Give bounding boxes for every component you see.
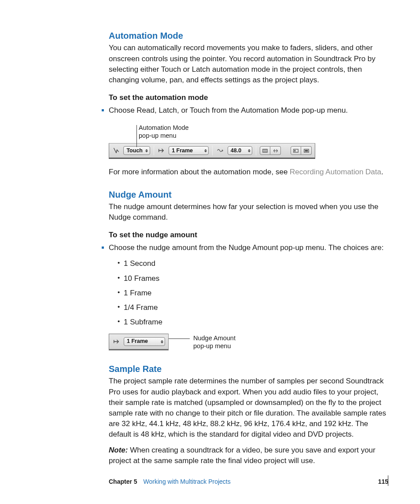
figure-automation-toolbar: Automation Mode pop-up menu Touch 1 Fram… xyxy=(109,124,388,159)
svg-rect-4 xyxy=(305,150,308,152)
callout-line1: Nudge Amount xyxy=(193,335,236,342)
link-recording-automation-data[interactable]: Recording Automation Data xyxy=(290,168,381,176)
nudge-option: 1 Frame xyxy=(118,288,388,298)
view-button-1[interactable] xyxy=(291,146,301,155)
nudge-icon xyxy=(112,338,120,346)
automation-mode-more-info: For more information about the automatio… xyxy=(109,167,388,177)
sample-rate-description: The project sample rate determines the n… xyxy=(109,376,388,440)
page-number: 115 xyxy=(378,478,388,486)
view-button-group xyxy=(291,146,312,155)
nudge-icon xyxy=(158,147,165,155)
nudge-amount-popup[interactable]: 1 Frame xyxy=(124,337,165,346)
callout-nudge-amount-popup: Nudge Amount pop-up menu xyxy=(169,334,236,350)
automation-mode-popup[interactable]: Touch xyxy=(123,146,150,155)
sample-rate-popup[interactable]: 48.0 xyxy=(228,146,252,155)
nudge-amount-value: 1 Frame xyxy=(172,147,193,155)
snap-button-group xyxy=(260,146,281,155)
automation-mode-value: Touch xyxy=(126,147,143,155)
figure-nudge-popup: 1 Frame Nudge Amount pop-up menu xyxy=(109,334,388,350)
nudge-amount-popup[interactable]: 1 Frame xyxy=(169,146,209,155)
chapter-label: Chapter 5 xyxy=(109,478,137,486)
callout-line2: pop-up menu xyxy=(139,132,176,139)
nudge-option: 1 Second xyxy=(118,258,388,269)
nudge-option: 10 Frames xyxy=(118,273,388,284)
nudge-toolbar-fragment: 1 Frame xyxy=(109,334,169,350)
automation-icon xyxy=(112,147,120,155)
nudge-amount-value: 1 Frame xyxy=(127,338,148,346)
sample-rate-icon xyxy=(216,147,224,155)
callout-line2: pop-up menu xyxy=(193,342,231,349)
snap-button-1[interactable] xyxy=(260,146,270,155)
project-controls-toolbar: Touch 1 Frame 48.0 xyxy=(109,143,315,159)
heading-sample-rate: Sample Rate xyxy=(109,363,388,375)
heading-nudge-amount: Nudge Amount xyxy=(109,188,388,201)
nudge-amount-options: 1 Second 10 Frames 1 Frame 1/4 Frame 1 S… xyxy=(118,258,388,327)
heading-automation-mode: Automation Mode xyxy=(109,29,388,42)
callout-automation-mode-popup: Automation Mode pop-up menu xyxy=(139,124,388,140)
automation-mode-description: You can automatically record movements y… xyxy=(109,43,388,85)
note-label: Note: xyxy=(109,446,128,454)
step-choose-automation-mode: Choose Read, Latch, or Touch from the Au… xyxy=(102,105,388,116)
svg-rect-1 xyxy=(294,149,298,152)
task-set-automation-mode: To set the automation mode xyxy=(109,92,388,103)
step-choose-nudge-amount: Choose the nudge amount from the Nudge A… xyxy=(102,243,388,253)
sample-rate-note: Note: When creating a soundtrack for a v… xyxy=(109,445,388,466)
svg-rect-2 xyxy=(295,150,296,152)
sample-rate-value: 48.0 xyxy=(231,147,241,155)
snap-button-2[interactable] xyxy=(270,146,281,155)
page-footer: Chapter 5 Working with Multitrack Projec… xyxy=(0,478,420,486)
nudge-option: 1/4 Frame xyxy=(118,302,388,313)
callout-line1: Automation Mode xyxy=(139,124,189,131)
chapter-title: Working with Multitrack Projects xyxy=(144,478,231,486)
task-set-nudge-amount: To set the nudge amount xyxy=(109,230,388,240)
nudge-option: 1 Subframe xyxy=(118,317,388,327)
nudge-amount-description: The nudge amount determines how far your… xyxy=(109,202,388,223)
view-button-2[interactable] xyxy=(301,146,312,155)
